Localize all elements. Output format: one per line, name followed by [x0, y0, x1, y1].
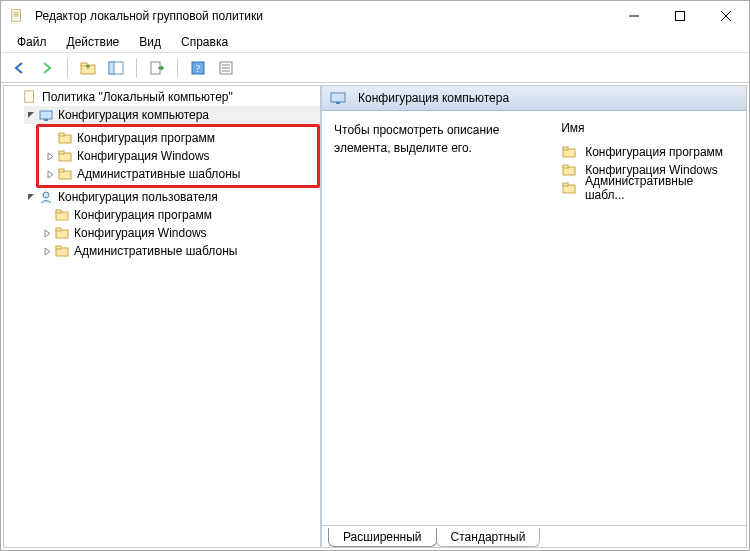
- folder-icon: [54, 225, 70, 241]
- svg-rect-9: [81, 63, 87, 66]
- svg-rect-23: [59, 133, 64, 136]
- svg-point-28: [43, 192, 49, 198]
- folder-icon: [54, 207, 70, 223]
- properties-button[interactable]: [214, 56, 238, 80]
- expand-icon[interactable]: [43, 170, 57, 179]
- export-list-button[interactable]: [145, 56, 169, 80]
- folder-icon: [57, 148, 73, 164]
- close-button[interactable]: [703, 1, 749, 31]
- svg-rect-19: [25, 91, 34, 102]
- computer-config-icon: [38, 107, 54, 123]
- details-pane: Конфигурация компьютера Чтобы просмотрет…: [321, 85, 747, 548]
- up-one-level-button[interactable]: [76, 56, 100, 80]
- expand-icon[interactable]: [43, 152, 57, 161]
- svg-rect-5: [676, 12, 685, 21]
- svg-rect-11: [109, 62, 114, 74]
- tree-item-admin-templates[interactable]: Административные шаблоны: [39, 165, 311, 183]
- folder-icon: [561, 162, 577, 178]
- window-title: Редактор локальной групповой политики: [35, 9, 263, 23]
- svg-rect-25: [59, 151, 64, 154]
- help-button[interactable]: ?: [186, 56, 210, 80]
- details-header-label: Конфигурация компьютера: [358, 91, 509, 105]
- collapse-icon[interactable]: [24, 193, 38, 202]
- items-list[interactable]: Имя Конфигурация программ Конфигурация W…: [561, 121, 734, 515]
- svg-rect-34: [56, 246, 61, 249]
- gpedit-icon: [9, 8, 25, 24]
- tree-item-software-settings[interactable]: Конфигурация программ: [39, 129, 311, 147]
- tree-node-label: Конфигурация компьютера: [58, 108, 209, 122]
- svg-text:?: ?: [196, 63, 201, 74]
- computer-config-icon: [330, 90, 346, 106]
- tab-extended[interactable]: Расширенный: [328, 528, 437, 547]
- tree-node-label: Административные шаблоны: [77, 167, 240, 181]
- tree-pane[interactable]: Политика "Локальный компьютер" Конфигура…: [3, 85, 321, 548]
- svg-rect-20: [40, 111, 52, 119]
- svg-rect-36: [336, 102, 340, 104]
- tree-node-label: Административные шаблоны: [74, 244, 237, 258]
- list-item-label: Административные шабл...: [585, 174, 734, 202]
- expand-icon[interactable]: [40, 247, 54, 256]
- toolbar-separator: [177, 58, 178, 78]
- policy-icon: [22, 89, 38, 105]
- svg-rect-32: [56, 228, 61, 231]
- details-header: Конфигурация компьютера: [322, 86, 746, 111]
- tree-item-user-admin[interactable]: Административные шаблоны: [40, 242, 320, 260]
- minimize-button[interactable]: [611, 1, 657, 31]
- menu-action[interactable]: Действие: [57, 31, 130, 52]
- tree-item-windows-settings[interactable]: Конфигурация Windows: [39, 147, 311, 165]
- list-item[interactable]: Административные шабл...: [561, 179, 734, 197]
- folder-icon: [561, 180, 577, 196]
- forward-button[interactable]: [35, 56, 59, 80]
- tree-item-user-windows[interactable]: Конфигурация Windows: [40, 224, 320, 242]
- highlight-box: Конфигурация программ Конфигурация Windo…: [36, 124, 320, 188]
- tree-node-label: Политика "Локальный компьютер": [42, 90, 233, 104]
- maximize-button[interactable]: [657, 1, 703, 31]
- tree-root-node[interactable]: Политика "Локальный компьютер": [8, 88, 320, 106]
- tree-item-user-software[interactable]: Конфигурация программ: [40, 206, 320, 224]
- tree-node-label: Конфигурация пользователя: [58, 190, 218, 204]
- expand-icon[interactable]: [40, 229, 54, 238]
- menu-view[interactable]: Вид: [129, 31, 171, 52]
- title-bar: Редактор локальной групповой политики: [1, 1, 749, 31]
- menu-help[interactable]: Справка: [171, 31, 238, 52]
- svg-rect-30: [56, 210, 61, 213]
- toolbar-separator: [67, 58, 68, 78]
- description-text: Чтобы просмотреть описание элемента, выд…: [334, 121, 531, 515]
- list-item-label: Конфигурация программ: [585, 145, 723, 159]
- tree-node-label: Конфигурация Windows: [74, 226, 207, 240]
- svg-rect-38: [563, 147, 568, 150]
- user-config-icon: [38, 189, 54, 205]
- back-button[interactable]: [7, 56, 31, 80]
- show-hide-tree-button[interactable]: [104, 56, 128, 80]
- svg-rect-40: [563, 165, 568, 168]
- svg-rect-42: [563, 183, 568, 186]
- folder-icon: [54, 243, 70, 259]
- svg-rect-35: [331, 93, 345, 102]
- tree-user-node[interactable]: Конфигурация пользователя: [24, 188, 320, 206]
- svg-rect-27: [59, 169, 64, 172]
- menubar: Файл Действие Вид Справка: [1, 31, 749, 53]
- collapse-icon[interactable]: [24, 111, 38, 120]
- svg-rect-21: [44, 119, 48, 121]
- tab-strip: Расширенный Стандартный: [322, 525, 746, 547]
- tab-standard[interactable]: Стандартный: [436, 528, 541, 547]
- toolbar-separator: [136, 58, 137, 78]
- folder-icon: [57, 166, 73, 182]
- list-item[interactable]: Конфигурация программ: [561, 143, 734, 161]
- menu-file[interactable]: Файл: [7, 31, 57, 52]
- column-header-name[interactable]: Имя: [561, 121, 734, 137]
- tree-computer-node[interactable]: Конфигурация компьютера: [24, 106, 320, 124]
- folder-icon: [561, 144, 577, 160]
- body-area: Политика "Локальный компьютер" Конфигура…: [1, 83, 749, 550]
- tree-node-label: Конфигурация программ: [74, 208, 212, 222]
- tree-node-label: Конфигурация программ: [77, 131, 215, 145]
- folder-icon: [57, 130, 73, 146]
- tree-node-label: Конфигурация Windows: [77, 149, 210, 163]
- toolbar: ?: [1, 53, 749, 83]
